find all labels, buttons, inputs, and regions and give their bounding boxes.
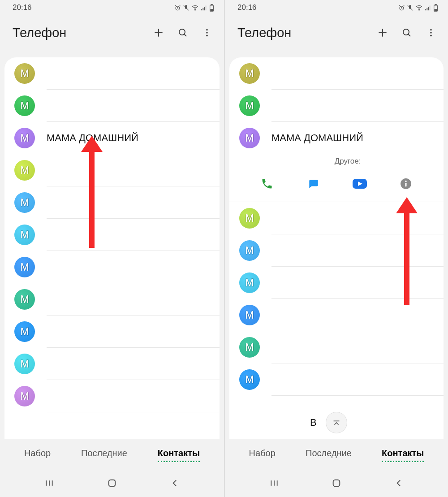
contact-row[interactable]: MМАМА ДОМАШНИЙ: [4, 122, 220, 154]
video-action[interactable]: [349, 176, 371, 194]
svg-point-12: [179, 29, 185, 35]
nav-back[interactable]: [161, 474, 188, 492]
android-navbar: [0, 469, 224, 497]
mute-icon: [407, 4, 414, 11]
svg-rect-27: [425, 9, 426, 10]
scroll-top-button[interactable]: В: [326, 412, 347, 433]
battery-icon: [209, 4, 214, 12]
contact-row[interactable]: M: [4, 154, 220, 186]
contact-row[interactable]: M: [229, 299, 444, 331]
message-action[interactable]: [302, 176, 324, 194]
add-button[interactable]: [148, 22, 169, 43]
contact-row[interactable]: M: [229, 202, 444, 234]
contact-row[interactable]: M: [4, 57, 220, 90]
svg-rect-4: [202, 8, 203, 10]
back-icon: [170, 478, 179, 488]
contact-row[interactable]: M: [4, 90, 220, 122]
contact-row[interactable]: M: [4, 348, 220, 380]
header-actions: [148, 22, 218, 43]
avatar: M: [239, 208, 260, 229]
svg-point-36: [403, 29, 409, 35]
contact-row[interactable]: MМАМА ДОМАШНИЙ: [229, 122, 444, 154]
phone-screen-right: 20:16 Телефон MMMМАМА ДОМАШНИЙДругое:MMM…: [224, 0, 448, 497]
bottom-tabs: НаборПоследниеКонтакты: [225, 439, 448, 469]
svg-point-15: [206, 32, 208, 34]
avatar: M: [239, 305, 260, 325]
nav-home[interactable]: [99, 474, 125, 492]
mute-icon: [183, 4, 190, 11]
alarm-icon: [398, 4, 405, 11]
svg-rect-5: [204, 7, 205, 10]
svg-rect-9: [211, 9, 213, 10]
add-button[interactable]: [372, 22, 393, 43]
svg-line-13: [184, 34, 186, 36]
status-time: 20:16: [237, 3, 257, 12]
svg-point-38: [430, 29, 432, 31]
tab-dial[interactable]: Набор: [24, 448, 51, 460]
nav-back[interactable]: [385, 474, 412, 492]
contact-row[interactable]: M: [229, 267, 444, 299]
search-button[interactable]: [172, 22, 194, 43]
contact-row[interactable]: M: [229, 90, 444, 122]
contacts-list[interactable]: MMMМАМА ДОМАШНИЙMMMMMMMM: [4, 57, 220, 439]
tab-dial[interactable]: Набор: [249, 448, 276, 460]
avatar: M: [239, 272, 260, 293]
svg-point-16: [206, 35, 208, 37]
avatar: M: [239, 63, 260, 84]
svg-line-37: [408, 34, 410, 36]
svg-rect-23: [109, 480, 116, 487]
tab-recent[interactable]: Последние: [306, 448, 352, 460]
search-button[interactable]: [396, 22, 418, 43]
nav-recent[interactable]: [261, 474, 288, 492]
alarm-icon: [174, 4, 181, 11]
contact-row[interactable]: M: [4, 380, 220, 412]
wifi-icon: [415, 4, 423, 11]
status-icons: [174, 4, 214, 12]
more-button[interactable]: [196, 22, 218, 43]
tab-contacts[interactable]: Контакты: [382, 448, 424, 460]
home-icon: [332, 478, 341, 488]
avatar: M: [14, 257, 35, 277]
nav-recent[interactable]: [36, 474, 63, 492]
call-icon: [261, 177, 273, 192]
tab-contacts[interactable]: Контакты: [158, 448, 200, 460]
nav-home[interactable]: [323, 474, 350, 492]
plus-icon: [153, 27, 164, 39]
contact-row[interactable]: M: [229, 57, 444, 90]
svg-rect-8: [211, 4, 212, 5]
more-icon: [426, 28, 436, 38]
svg-rect-28: [426, 8, 427, 10]
contact-expanded: Другое:: [229, 154, 444, 202]
contact-name: МАМА ДОМАШНИЙ: [47, 132, 138, 144]
avatar: M: [14, 63, 35, 84]
tab-recent[interactable]: Последние: [81, 448, 127, 460]
avatar: M: [239, 369, 260, 390]
call-action[interactable]: [256, 176, 278, 194]
contact-row[interactable]: M: [4, 186, 220, 219]
avatar: M: [14, 386, 35, 406]
info-action[interactable]: [395, 176, 417, 194]
contacts-list[interactable]: MMMМАМА ДОМАШНИЙДругое:MMMMMM В: [229, 57, 444, 439]
header-actions: [372, 22, 442, 43]
svg-point-14: [206, 29, 208, 31]
avatar: M: [14, 289, 35, 310]
svg-rect-45: [405, 183, 407, 187]
contact-row[interactable]: M: [4, 315, 220, 348]
app-header: Телефон: [225, 15, 448, 50]
contact-row[interactable]: M: [229, 363, 444, 396]
contact-row[interactable]: M: [229, 234, 444, 267]
video-icon: [352, 178, 367, 191]
contact-row[interactable]: M: [4, 283, 220, 315]
contact-row[interactable]: M: [4, 219, 220, 251]
avatar: M: [14, 160, 35, 181]
contact-row[interactable]: M: [229, 331, 444, 363]
svg-point-44: [405, 181, 407, 182]
avatar: M: [14, 95, 35, 116]
search-icon: [177, 27, 188, 38]
chevron-up-icon: [332, 418, 341, 428]
avatar: M: [239, 337, 260, 358]
contact-row[interactable]: M: [4, 251, 220, 283]
app-header: Телефон: [0, 15, 224, 50]
more-button[interactable]: [420, 22, 442, 43]
wifi-icon: [191, 4, 199, 11]
